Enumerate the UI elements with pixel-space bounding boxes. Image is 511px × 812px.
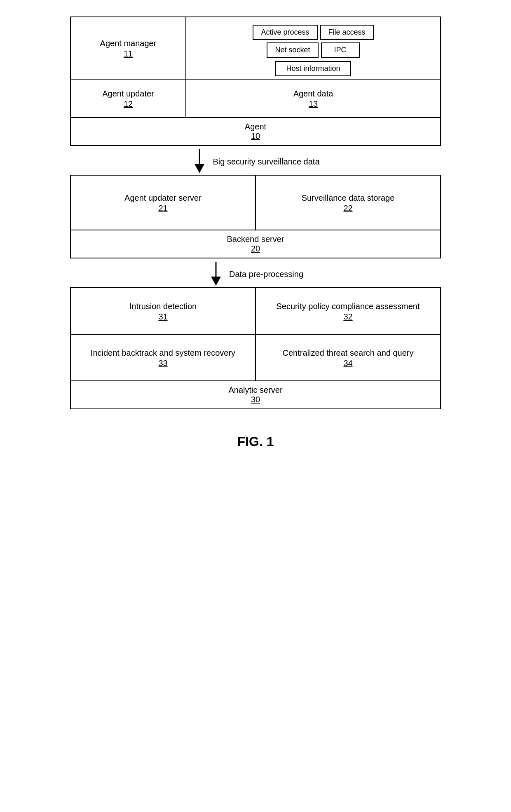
centralized-cell: Centralized threat search and query 34 xyxy=(256,335,440,380)
intrusion-number: 31 xyxy=(158,312,167,322)
arrow2-label: Data pre-processing xyxy=(229,270,303,279)
surveillance-data-number: 22 xyxy=(343,204,352,213)
backend-outer-number: 20 xyxy=(75,244,436,253)
security-policy-cell: Security policy compliance assessment 32 xyxy=(256,288,440,334)
agent-manager-label: Agent manager xyxy=(100,38,157,49)
svg-marker-1 xyxy=(195,164,204,173)
arrow2-container: Data pre-processing xyxy=(70,262,441,286)
incident-number: 33 xyxy=(158,359,167,368)
analytic-bottom-row: Incident backtrack and system recovery 3… xyxy=(71,335,440,380)
centralized-label: Centralized threat search and query xyxy=(283,347,414,359)
agent-data-cell: Active process File access Net socket IP… xyxy=(186,17,440,79)
host-info-label-row: Host information xyxy=(186,61,440,79)
down-arrow-2 xyxy=(208,262,224,286)
security-policy-label: Security policy compliance assessment xyxy=(277,300,420,312)
down-arrow-1 xyxy=(191,149,208,174)
row2-boxes: Net socket IPC xyxy=(202,42,425,61)
agent-data-label: Agent data xyxy=(293,88,333,99)
host-info-boxes: Active process File access Net socket IP… xyxy=(198,17,428,61)
row1-boxes: Active process File access xyxy=(202,21,425,42)
agent-data-main-cell: Agent data 13 xyxy=(186,80,440,117)
backend-block: Agent updater server 21 Surveillance dat… xyxy=(70,175,441,258)
surveillance-data-label: Surveillance data storage xyxy=(302,192,395,204)
agent-outer-number: 10 xyxy=(75,131,436,141)
agent-updater-server-cell: Agent updater server 21 xyxy=(71,176,256,230)
agent-updater-server-number: 21 xyxy=(158,204,167,213)
agent-top-row: Agent manager 11 Active process File acc… xyxy=(71,17,440,80)
ipc-box: IPC xyxy=(321,42,360,58)
incident-label: Incident backtrack and system recovery xyxy=(91,347,235,359)
analytic-label-row: Analytic server 30 xyxy=(71,380,440,408)
analytic-top-row: Intrusion detection 31 Security policy c… xyxy=(71,288,440,335)
centralized-number: 34 xyxy=(343,359,352,368)
agent-updater-number: 12 xyxy=(124,99,133,109)
file-access-box: File access xyxy=(320,25,374,40)
agent-updater-server-label: Agent updater server xyxy=(124,192,202,204)
analytic-outer-number: 30 xyxy=(75,395,436,404)
analytic-outer-label: Analytic server xyxy=(228,385,282,394)
intrusion-cell: Intrusion detection 31 xyxy=(71,288,256,334)
arrow1-label: Big security surveillance data xyxy=(213,157,319,167)
net-socket-box: Net socket xyxy=(267,42,318,58)
agent-data-number: 13 xyxy=(309,99,318,109)
backend-outer-label: Backend server xyxy=(227,235,284,244)
arrow1-container: Big security surveillance data xyxy=(70,149,441,174)
surveillance-data-cell: Surveillance data storage 22 xyxy=(256,176,440,230)
agent-label-row: Agent 10 xyxy=(71,117,440,145)
active-process-box: Active process xyxy=(253,25,317,40)
backend-inner: Agent updater server 21 Surveillance dat… xyxy=(71,176,440,230)
agent-block: Agent manager 11 Active process File acc… xyxy=(70,16,441,146)
agent-manager-cell: Agent manager 11 xyxy=(71,17,186,79)
backend-label-row: Backend server 20 xyxy=(71,230,440,258)
fig-label: FIG. 1 xyxy=(237,434,274,449)
incident-cell: Incident backtrack and system recovery 3… xyxy=(71,335,256,380)
host-information-box: Host information xyxy=(275,61,351,76)
agent-outer-label: Agent xyxy=(245,122,266,131)
agent-updater-label: Agent updater xyxy=(102,88,154,99)
analytic-block: Intrusion detection 31 Security policy c… xyxy=(70,287,441,409)
agent-manager-number: 11 xyxy=(124,49,133,59)
agent-bottom-row: Agent updater 12 Agent data 13 xyxy=(71,80,440,117)
security-policy-number: 32 xyxy=(343,312,352,322)
intrusion-label: Intrusion detection xyxy=(129,300,197,312)
svg-marker-3 xyxy=(211,277,221,286)
agent-updater-cell: Agent updater 12 xyxy=(71,80,186,117)
diagram: Agent manager 11 Active process File acc… xyxy=(70,16,441,449)
